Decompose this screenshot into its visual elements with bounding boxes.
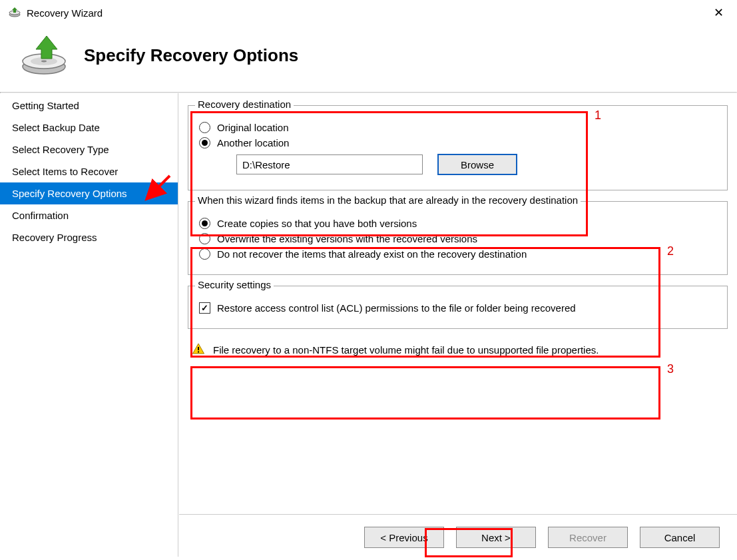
radio-label-overwrite: Overwrite the existing versions with the… [217,233,477,244]
browse-button[interactable]: Browse [437,154,517,175]
header: Specify Recovery Options [0,23,737,92]
radio-row-skip[interactable]: Do not recover the items that already ex… [199,248,716,260]
sidebar-item-select-recovery-type[interactable]: Select Recovery Type [0,139,178,160]
window-title: Recovery Wizard [27,7,708,19]
radio-create-copies[interactable] [199,218,210,229]
radio-row-copies[interactable]: Create copies so that you have both vers… [199,218,716,229]
radio-label-copies: Create copies so that you have both vers… [217,218,417,229]
radio-row-another[interactable]: Another location [199,137,716,148]
radio-original-location[interactable] [199,122,210,133]
svg-rect-7 [198,352,199,353]
sidebar-item-select-backup-date[interactable]: Select Backup Date [0,117,178,139]
group-legend-collision: When this wizard finds items in the back… [195,194,581,206]
wizard-icon [16,32,69,79]
radio-label-original: Original location [217,122,289,133]
previous-button[interactable]: < Previous [364,527,444,548]
svg-point-5 [41,61,47,63]
group-security: Security settings Restore access control… [188,286,728,329]
svg-rect-6 [198,347,199,350]
radio-label-another: Another location [217,137,289,148]
sidebar-item-getting-started[interactable]: Getting Started [0,95,178,117]
close-button[interactable]: ✕ [708,5,729,20]
checkbox-restore-acl[interactable] [199,302,210,314]
main-panel: Recovery destination Original location A… [178,93,737,557]
recover-button: Recover [548,527,628,548]
check-row-acl[interactable]: Restore access control list (ACL) permis… [199,302,716,314]
body: Getting Started Select Backup Date Selec… [0,93,737,557]
warning-row: File recovery to a non-NTFS target volum… [188,340,728,360]
titlebar: Recovery Wizard ✕ [0,0,737,23]
checkbox-label-acl: Restore access control list (ACL) permis… [217,302,576,314]
sidebar-item-confirmation[interactable]: Confirmation [0,204,178,226]
group-collision: When this wizard finds items in the back… [188,201,728,275]
sidebar-item-recovery-progress[interactable]: Recovery Progress [0,226,178,248]
group-legend-security: Security settings [195,279,274,290]
cancel-button[interactable]: Cancel [640,527,720,548]
button-bar: < Previous Next > Recover Cancel [179,514,737,560]
radio-skip[interactable] [199,248,210,260]
destination-path-input[interactable] [236,154,423,174]
sidebar-item-select-items[interactable]: Select Items to Recover [0,160,178,182]
group-legend-destination: Recovery destination [195,99,294,110]
radio-overwrite[interactable] [199,233,210,244]
sidebar-item-specify-options[interactable]: Specify Recovery Options [0,182,178,204]
group-recovery-destination: Recovery destination Original location A… [188,105,728,190]
warning-icon [192,342,205,358]
app-icon [8,5,21,21]
sidebar: Getting Started Select Backup Date Selec… [0,93,178,557]
radio-label-skip: Do not recover the items that already ex… [217,248,527,260]
page-heading: Specify Recovery Options [84,45,298,66]
radio-row-original[interactable]: Original location [199,122,716,133]
radio-row-overwrite[interactable]: Overwrite the existing versions with the… [199,233,716,244]
radio-another-location[interactable] [199,137,210,148]
warning-text: File recovery to a non-NTFS target volum… [213,344,599,356]
next-button[interactable]: Next > [456,527,536,548]
